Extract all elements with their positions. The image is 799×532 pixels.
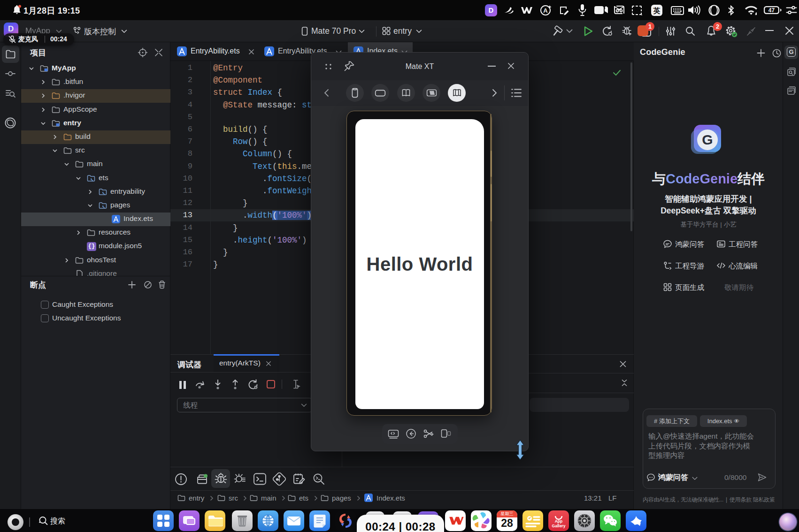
svg-text:App: App: [555, 519, 563, 524]
svg-text:Gallery: Gallery: [552, 524, 566, 528]
svg-text:47: 47: [768, 7, 775, 14]
svg-text:英: 英: [653, 7, 661, 15]
svg-text:A: A: [543, 7, 548, 14]
